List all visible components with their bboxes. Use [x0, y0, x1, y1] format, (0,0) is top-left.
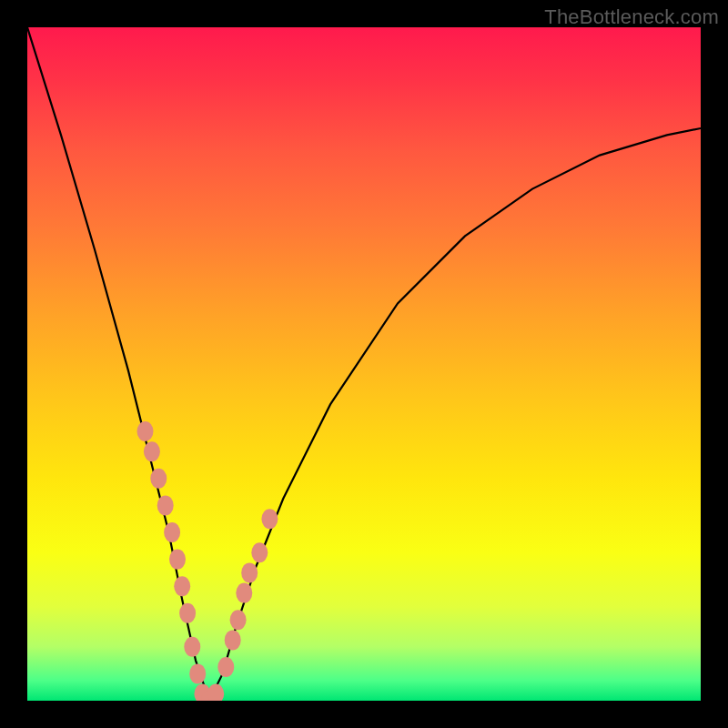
- data-marker: [179, 603, 196, 623]
- data-marker: [184, 637, 200, 657]
- data-marker: [230, 610, 247, 630]
- data-marker: [189, 663, 206, 683]
- data-marker: [251, 542, 268, 562]
- marker-group: [137, 421, 278, 701]
- data-marker: [207, 684, 224, 701]
- data-marker: [217, 657, 234, 677]
- data-marker: [225, 630, 241, 650]
- data-marker: [261, 509, 278, 529]
- data-marker: [144, 441, 160, 461]
- data-marker: [157, 495, 174, 515]
- data-marker: [241, 562, 258, 582]
- data-marker: [164, 522, 180, 542]
- watermark-text: TheBottleneck.com: [544, 5, 719, 29]
- plot-area: [27, 27, 701, 701]
- chart-frame: TheBottleneck.com: [0, 0, 728, 728]
- data-marker: [236, 583, 252, 603]
- data-marker: [150, 469, 167, 489]
- data-marker: [137, 421, 154, 441]
- data-marker: [174, 576, 190, 596]
- data-marker: [169, 550, 186, 570]
- chart-svg: [27, 27, 701, 701]
- bottleneck-curve: [27, 27, 701, 701]
